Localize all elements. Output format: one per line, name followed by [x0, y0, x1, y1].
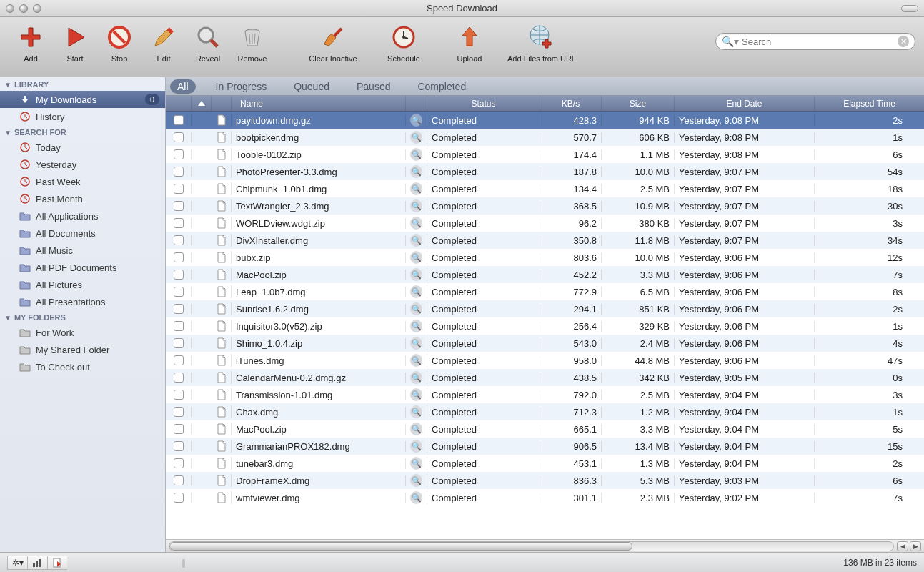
col-status[interactable]: Status — [427, 96, 540, 111]
reveal-row-icon[interactable]: 🔍 — [410, 131, 422, 144]
row-checkbox[interactable] — [174, 321, 184, 331]
scroll-thumb[interactable] — [169, 542, 632, 551]
close-button[interactable] — [6, 4, 14, 13]
row-checkbox[interactable] — [174, 475, 184, 485]
sidebar-resize-handle[interactable]: ‖ — [182, 558, 187, 568]
reveal-button[interactable]: Reveal — [186, 23, 230, 63]
row-checkbox[interactable] — [174, 167, 184, 177]
table-row[interactable]: PhotoPresenter-3.3.dmg🔍Completed187.810.… — [166, 163, 924, 180]
filter-paused[interactable]: Paused — [349, 79, 397, 94]
row-checkbox[interactable] — [174, 132, 184, 142]
table-row[interactable]: MacPool.zip🔍Completed665.13.3 MBYesterda… — [166, 420, 924, 438]
reveal-row-icon[interactable]: 🔍 — [410, 388, 422, 401]
col-reveal[interactable] — [406, 96, 427, 111]
reveal-row-icon[interactable]: 🔍 — [410, 457, 422, 470]
export-button[interactable] — [47, 556, 67, 570]
table-row[interactable]: iTunes.dmg🔍Completed958.044.8 MBYesterda… — [166, 352, 924, 369]
row-checkbox[interactable] — [174, 373, 184, 383]
table-row[interactable]: TextWrangler_2.3.dmg🔍Completed368.510.9 … — [166, 197, 924, 214]
reveal-row-icon[interactable]: 🔍 — [410, 165, 422, 178]
col-kbs[interactable]: KB/s — [540, 96, 602, 111]
reveal-row-icon[interactable]: 🔍 — [410, 148, 422, 161]
reveal-row-icon[interactable]: 🔍 — [410, 182, 422, 195]
sidebar-item[interactable]: My Downloads0 — [0, 91, 165, 108]
remove-button[interactable]: Remove — [230, 23, 274, 63]
reveal-row-icon[interactable]: 🔍 — [410, 217, 422, 230]
stop-button[interactable]: Stop — [97, 23, 141, 63]
reveal-row-icon[interactable]: 🔍 — [410, 474, 422, 487]
reveal-row-icon[interactable]: 🔍 — [410, 268, 422, 281]
row-checkbox[interactable] — [174, 235, 184, 245]
row-checkbox[interactable] — [174, 390, 184, 400]
table-row[interactable]: Chax.dmg🔍Completed712.31.2 MBYesterday, … — [166, 403, 924, 420]
row-checkbox[interactable] — [174, 338, 184, 348]
col-sort[interactable] — [192, 96, 212, 111]
table-row[interactable]: Sunrise1.6.2.dmg🔍Completed294.1851 KBYes… — [166, 300, 924, 317]
table-row[interactable]: Transmission-1.01.dmg🔍Completed792.02.5 … — [166, 386, 924, 403]
sidebar-item[interactable]: To Check out — [0, 358, 165, 375]
reveal-row-icon[interactable]: 🔍 — [410, 302, 422, 315]
add-files-from-url-button[interactable]: Add Files from URL — [492, 23, 592, 63]
table-row[interactable]: Leap_1.0b7.dmg🔍Completed772.96.5 MBYeste… — [166, 283, 924, 300]
row-checkbox[interactable] — [174, 424, 184, 434]
table-row[interactable]: GrammarianPROX182.dmg🔍Completed906.513.4… — [166, 438, 924, 455]
table-row[interactable]: bubx.zip🔍Completed803.610.0 MBYesterday,… — [166, 249, 924, 266]
scroll-right-button[interactable]: ▶ — [910, 541, 921, 551]
reveal-row-icon[interactable]: 🔍 — [410, 114, 422, 127]
row-checkbox[interactable] — [174, 304, 184, 314]
row-checkbox[interactable] — [174, 441, 184, 451]
row-checkbox[interactable] — [174, 493, 184, 503]
sidebar-item[interactable]: All Pictures — [0, 276, 165, 293]
sidebar-item[interactable]: All Applications — [0, 207, 165, 225]
add-button[interactable]: Add — [9, 23, 53, 63]
sidebar-item[interactable]: All PDF Documents — [0, 259, 165, 276]
row-checkbox[interactable] — [174, 201, 184, 211]
search-input[interactable] — [742, 36, 898, 47]
table-row[interactable]: wmfviewer.dmg🔍Completed301.12.3 MBYester… — [166, 489, 924, 506]
table-row[interactable]: bootpicker.dmg🔍Completed570.7606 KBYeste… — [166, 129, 924, 146]
reveal-row-icon[interactable]: 🔍 — [410, 371, 422, 384]
horizontal-scrollbar[interactable]: ◀ ▶ — [166, 539, 924, 552]
col-end-date[interactable]: End Date — [675, 96, 815, 111]
reveal-row-icon[interactable]: 🔍 — [410, 199, 422, 212]
sidebar-header-search-for[interactable]: ▼ SEARCH FOR — [0, 125, 165, 139]
col-file-icon[interactable] — [212, 96, 232, 111]
reveal-row-icon[interactable]: 🔍 — [410, 354, 422, 367]
search-field[interactable]: 🔍▾ ✕ — [715, 33, 915, 50]
schedule-button[interactable]: Schedule — [376, 23, 432, 63]
table-row[interactable]: MacPool.zip🔍Completed452.23.3 MBYesterda… — [166, 266, 924, 283]
table-row[interactable]: WORLDview.wdgt.zip🔍Completed96.2380 KBYe… — [166, 214, 924, 232]
reveal-row-icon[interactable]: 🔍 — [410, 320, 422, 332]
sidebar-item[interactable]: All Documents — [0, 225, 165, 242]
table-row[interactable]: tunebar3.dmg🔍Completed453.11.3 MBYesterd… — [166, 455, 924, 472]
reveal-row-icon[interactable]: 🔍 — [410, 337, 422, 350]
start-button[interactable]: Start — [53, 23, 97, 63]
table-row[interactable]: CalendarMenu-0.2.dmg.gz🔍Completed438.534… — [166, 369, 924, 386]
row-checkbox[interactable] — [174, 355, 184, 365]
sidebar-item[interactable]: My Shared Folder — [0, 341, 165, 358]
filter-in-progress[interactable]: In Progress — [209, 79, 274, 94]
col-checkbox[interactable] — [166, 96, 192, 111]
table-row[interactable]: Inquisitor3.0(v52).zip🔍Completed256.4329… — [166, 317, 924, 335]
reveal-row-icon[interactable]: 🔍 — [410, 251, 422, 264]
scroll-left-button[interactable]: ◀ — [897, 541, 908, 551]
filter-all[interactable]: All — [170, 79, 196, 94]
table-row[interactable]: Shimo_1.0.4.zip🔍Completed543.02.4 MBYest… — [166, 335, 924, 352]
col-size[interactable]: Size — [602, 96, 675, 111]
minimize-button[interactable] — [19, 4, 28, 13]
reveal-row-icon[interactable]: 🔍 — [410, 405, 422, 418]
row-checkbox[interactable] — [174, 287, 184, 297]
row-checkbox[interactable] — [174, 184, 184, 194]
row-checkbox[interactable] — [174, 149, 184, 159]
row-checkbox[interactable] — [174, 458, 184, 468]
filter-queued[interactable]: Queued — [287, 79, 337, 94]
reveal-row-icon[interactable]: 🔍 — [410, 285, 422, 298]
reveal-row-icon[interactable]: 🔍 — [410, 491, 422, 504]
sidebar-header-my-folders[interactable]: ▼ MY FOLDERS — [0, 310, 165, 324]
reveal-row-icon[interactable]: 🔍 — [410, 423, 422, 435]
clear-search-icon[interactable]: ✕ — [898, 36, 909, 47]
row-checkbox[interactable] — [174, 407, 184, 417]
upload-button[interactable]: Upload — [447, 23, 492, 63]
zoom-button[interactable] — [33, 4, 41, 13]
scroll-track[interactable] — [169, 541, 894, 551]
